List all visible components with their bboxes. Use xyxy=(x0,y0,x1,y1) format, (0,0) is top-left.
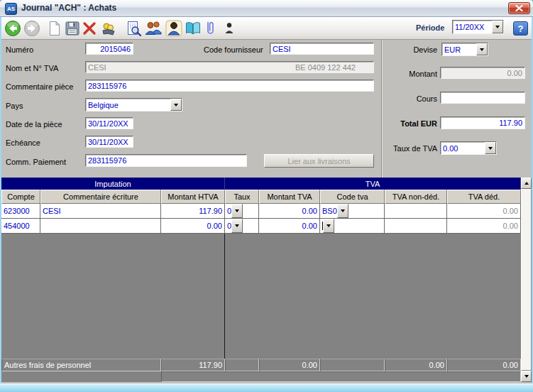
cell-tva-ded[interactable]: 0.00 xyxy=(447,219,521,234)
chevron-down-icon[interactable] xyxy=(231,204,243,218)
lier-livraisons-button[interactable]: Lier aux livraisons xyxy=(264,154,374,168)
numero-field[interactable]: 2015046 xyxy=(85,43,133,55)
cell-taux-select[interactable]: 0 xyxy=(225,204,259,219)
contacts-button[interactable] xyxy=(144,19,163,38)
nom-tva-name: CESI xyxy=(88,63,106,72)
group-tva: TVA xyxy=(225,178,521,190)
cell-taux-select[interactable]: 0 xyxy=(225,219,259,234)
echeance-field[interactable]: 30/11/20XX xyxy=(85,136,133,148)
nom-tva-number: BE 0409 122 442 xyxy=(295,63,356,72)
journal-book-icon xyxy=(185,20,202,37)
cell-tva-non-ded[interactable] xyxy=(385,219,447,234)
code-fournisseur-field[interactable]: CESI xyxy=(270,43,374,55)
group-divider-line xyxy=(224,234,225,359)
col-compte: Compte xyxy=(1,190,40,204)
chevron-down-icon[interactable] xyxy=(492,21,503,33)
attachment-button[interactable] xyxy=(201,19,219,38)
pays-value: Belgique xyxy=(86,99,170,111)
attachment-icon xyxy=(203,20,217,37)
new-document-icon xyxy=(46,20,63,37)
comm-paiement-value: 283115976 xyxy=(88,156,126,165)
total-eur-field[interactable]: 117.90 xyxy=(440,116,525,129)
cell-code-tva-select[interactable]: BS0 xyxy=(320,204,385,219)
code-fournisseur-value: CESI xyxy=(273,45,291,53)
cell-tva-non-ded[interactable] xyxy=(385,204,447,219)
date-piece-field[interactable]: 30/11/20XX xyxy=(85,117,133,129)
summary-tva-non-ded: 0.00 xyxy=(385,359,447,371)
col-commentaire: Commentaire écriture xyxy=(40,190,161,204)
save-button[interactable] xyxy=(63,19,82,38)
scroll-down-button[interactable] xyxy=(521,371,532,382)
payment-button[interactable] xyxy=(99,19,118,38)
triangle-down-icon xyxy=(524,375,529,378)
print-preview-button[interactable] xyxy=(125,19,143,38)
montant-label: Montant xyxy=(383,70,437,78)
montant-field: 0.00 xyxy=(440,67,525,79)
close-button[interactable] xyxy=(508,2,530,14)
cell-compte[interactable]: 623000 xyxy=(1,204,40,219)
commentaire-piece-field[interactable]: 283115976 xyxy=(85,80,374,92)
chevron-down-icon[interactable] xyxy=(231,219,243,233)
col-code-tva: Code tva xyxy=(320,190,385,204)
echeance-label: Echéance xyxy=(6,138,40,147)
payment-icon xyxy=(100,20,117,37)
total-eur-label: Total EUR xyxy=(383,119,437,128)
cell-code-tva-select[interactable] xyxy=(320,219,385,234)
summary-label: Autres frais de personnel xyxy=(1,359,161,371)
taux-tva-value: 0.00 xyxy=(441,142,485,154)
cell-tva-ded[interactable]: 0.00 xyxy=(447,204,521,219)
numero-value: 2015046 xyxy=(100,45,131,53)
devise-select[interactable]: EUR xyxy=(441,43,488,56)
chevron-down-icon[interactable] xyxy=(323,219,334,233)
scroll-up-button[interactable] xyxy=(521,178,532,189)
devise-label: Devise xyxy=(383,45,437,54)
cell-commentaire[interactable] xyxy=(40,219,161,234)
cell-montant-htva[interactable]: 0.00 xyxy=(161,219,225,234)
contact-button[interactable] xyxy=(165,19,183,38)
back-icon xyxy=(4,20,21,37)
chevron-down-icon[interactable] xyxy=(337,204,348,218)
forward-icon xyxy=(23,20,40,37)
cours-field[interactable] xyxy=(440,92,525,104)
cell-montant-htva[interactable]: 117.90 xyxy=(161,204,225,219)
cell-montant-tva[interactable]: 0.00 xyxy=(259,219,320,234)
titlebar: AS Journal "ACH" : Achats xyxy=(0,0,533,17)
col-tva-ded: TVA déd. xyxy=(447,190,521,204)
chevron-down-icon[interactable] xyxy=(476,43,488,55)
nom-tva-field: CESI BE 0409 122 442 xyxy=(85,61,374,73)
forward-button[interactable] xyxy=(23,19,41,38)
echeance-value: 30/11/20XX xyxy=(88,138,128,146)
pays-select[interactable]: Belgique xyxy=(85,98,182,111)
col-tva-non-ded: TVA non-déd. xyxy=(385,190,447,204)
contact-selected-icon xyxy=(165,20,182,37)
comm-paiement-field[interactable]: 283115976 xyxy=(85,154,247,167)
cell-commentaire[interactable]: CESI xyxy=(40,204,161,219)
grid-footer-strip xyxy=(161,371,521,382)
comm-paiement-label: Comm. Paiement xyxy=(6,158,66,166)
cell-montant-tva[interactable]: 0.00 xyxy=(259,204,320,219)
person-button[interactable] xyxy=(220,19,238,38)
delete-button[interactable] xyxy=(80,19,99,38)
scrollbar-thumb[interactable] xyxy=(521,189,532,371)
periode-select[interactable]: 11/20XX xyxy=(452,20,504,34)
date-piece-label: Date de la pièce xyxy=(6,120,62,129)
cell-compte[interactable]: 454000 xyxy=(1,219,40,234)
grid-group-header: Imputation TVA xyxy=(1,178,521,190)
summary-tva-ded: 0.00 xyxy=(447,359,521,371)
back-button[interactable] xyxy=(4,19,22,38)
summary-montant-htva: 117.90 xyxy=(161,359,225,371)
print-preview-icon xyxy=(126,20,143,37)
new-document-button[interactable] xyxy=(45,19,64,38)
table-row: 454000 0.00 0 0.00 0.00 xyxy=(1,219,521,234)
grid-column-headers: Compte Commentaire écriture Montant HTVA… xyxy=(1,190,521,204)
help-button[interactable]: ? xyxy=(513,21,528,36)
code-tva-value: BS0 xyxy=(320,207,337,215)
chevron-down-icon[interactable] xyxy=(485,142,496,154)
delete-icon xyxy=(81,20,98,37)
vertical-scrollbar[interactable] xyxy=(521,178,532,382)
taux-tva-select[interactable]: 0.00 xyxy=(440,141,497,155)
taux-value: 0 xyxy=(225,207,231,215)
numero-label: Numéro xyxy=(6,45,33,54)
chevron-down-icon[interactable] xyxy=(170,99,182,111)
journal-button[interactable] xyxy=(184,19,202,38)
